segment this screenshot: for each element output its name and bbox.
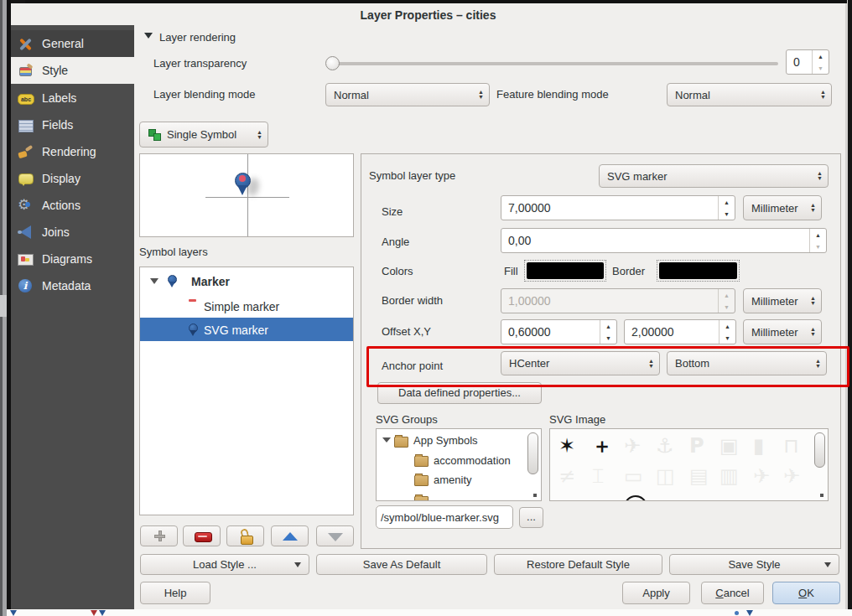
tree-row-amenity[interactable]: amenity	[377, 470, 541, 489]
spin-down-icon: ▼	[813, 62, 829, 74]
tree-row-simple-marker[interactable]: Simple marker	[140, 294, 353, 317]
lock-symbol-layer-button[interactable]	[226, 525, 264, 546]
combo-down-icon: ▼	[810, 332, 816, 337]
scrollbar-end	[820, 494, 823, 497]
dropdown-arrow-icon	[824, 562, 831, 567]
restore-default-style-button[interactable]: Restore Default Style	[494, 554, 662, 575]
spin-down-icon: ▼	[600, 332, 616, 344]
svg-icon[interactable]: ≠	[558, 464, 575, 488]
tree-row-marker[interactable]: Marker	[140, 271, 353, 293]
plus-icon	[154, 531, 165, 541]
svg-bus-icon[interactable]: ▣	[720, 434, 739, 458]
svg-pillar-icon[interactable]: ▮	[753, 434, 764, 458]
border-width-spinbox[interactable]: 1,00000 ▲▼	[501, 288, 735, 313]
apply-button[interactable]: Apply	[622, 582, 690, 604]
svg-icon[interactable]: ▥	[720, 464, 739, 488]
layer-rendering-header[interactable]: Layer rendering	[159, 31, 236, 44]
border-width-unit-combo[interactable]: Millimeter ▲▼	[743, 288, 822, 313]
save-style-label: Save Style	[728, 558, 780, 571]
size-spinbox[interactable]: 7,00000 ▲▼	[501, 195, 735, 220]
border-label: Border	[612, 265, 645, 277]
svg-parking-icon[interactable]: P	[689, 434, 704, 458]
symbol-layer-type-combo[interactable]: SVG marker ▲▼	[599, 164, 829, 188]
sidebar-item-actions[interactable]: ⚙ Actions	[11, 192, 134, 219]
svg-circle-icon[interactable]	[624, 495, 647, 501]
transparency-spinbox[interactable]: 0 ▲▼	[786, 49, 829, 75]
remove-symbol-layer-button[interactable]	[183, 525, 221, 546]
collapse-arrow-icon[interactable]	[144, 33, 153, 39]
sidebar-item-labels[interactable]: abc Labels	[11, 85, 134, 111]
save-style-button[interactable]: Save Style	[669, 554, 839, 575]
svg-ship-icon[interactable]: ⚓	[656, 434, 674, 458]
sidebar-item-diagrams[interactable]: Diagrams	[11, 246, 134, 272]
svg-icon[interactable]: ▤	[689, 464, 709, 488]
svg-icon[interactable]: ◫	[656, 464, 675, 488]
load-style-button[interactable]: Load Style ...	[140, 554, 309, 575]
transparency-slider-handle[interactable]	[325, 56, 340, 70]
map-marker-icon	[99, 610, 106, 616]
svg-path-input[interactable]: /symbol/blue-marker.svg	[376, 505, 513, 529]
anchor-vertical-combo[interactable]: Bottom ▲▼	[667, 351, 827, 375]
sidebar-item-joins[interactable]: Joins	[11, 219, 134, 246]
dialog-title: Layer Properties – cities	[11, 8, 845, 22]
move-layer-down-button[interactable]	[316, 525, 354, 546]
feature-blending-combo[interactable]: Normal ▲▼	[667, 83, 832, 106]
screen: Layer Properties – cities General Style	[0, 0, 852, 616]
anchor-horizontal-combo[interactable]: HCenter ▲▼	[501, 351, 660, 375]
svg-airplane-icon[interactable]: ✈	[783, 464, 800, 488]
sidebar-item-display[interactable]: Display	[11, 165, 134, 192]
sidebar-item-label: Fields	[42, 118, 73, 132]
spin-up-icon: ▲	[719, 289, 735, 301]
scrollbar-thumb[interactable]	[527, 432, 538, 474]
up-arrow-icon	[283, 532, 298, 541]
border-color-swatch[interactable]	[657, 260, 740, 282]
move-layer-up-button[interactable]	[271, 525, 309, 546]
angle-label: Angle	[382, 236, 409, 248]
scrollbar-end	[533, 494, 537, 497]
expand-arrow-icon[interactable]	[150, 278, 158, 284]
border-width-label: Border width	[382, 294, 443, 307]
spin-up-icon: ▲	[720, 320, 735, 332]
svg-icon[interactable]: ▭	[624, 464, 643, 488]
fill-color-swatch[interactable]	[524, 260, 606, 282]
tree-row-svg-marker-selected[interactable]: SVG marker	[140, 318, 353, 341]
diagram-icon	[18, 251, 34, 267]
layer-blending-combo[interactable]: Normal ▲▼	[325, 83, 490, 106]
map-canvas-sliver	[7, 609, 852, 616]
table-icon	[18, 117, 34, 133]
sidebar-item-rendering[interactable]: Rendering	[11, 138, 134, 165]
lock-icon	[240, 529, 252, 544]
sidebar-item-style[interactable]: Style	[11, 57, 134, 84]
angle-spinbox[interactable]: 0,00 ▲▼	[501, 228, 827, 253]
renderer-combo[interactable]: Single Symbol ▲▼	[139, 122, 268, 148]
svg-cross-icon[interactable]: ＋	[592, 434, 612, 458]
tree-label: accommodation	[434, 454, 511, 467]
tree-row-app-symbols[interactable]: App Symbols	[377, 431, 541, 451]
combo-down-icon: ▼	[815, 364, 821, 369]
scrollbar-thumb[interactable]	[814, 432, 825, 468]
svg-airplane-icon[interactable]: ✈	[624, 434, 641, 458]
sidebar-item-fields[interactable]: Fields	[11, 111, 134, 138]
gear-icon: ⚙	[18, 198, 34, 214]
ok-button[interactable]: OK	[772, 582, 840, 604]
add-symbol-layer-button[interactable]	[140, 525, 178, 546]
cancel-button[interactable]: Cancel	[701, 582, 764, 604]
offset-x-spinbox[interactable]: 0,60000 ▲▼	[501, 319, 617, 344]
tree-row-accommodation[interactable]: accommodation	[377, 451, 541, 470]
offset-y-spinbox[interactable]: 2,00000 ▲▼	[624, 319, 736, 344]
symbol-layers-tree: Marker Simple marker SVG marker	[139, 267, 354, 515]
svg-airplane-icon[interactable]: ✈	[753, 464, 770, 488]
size-unit-combo[interactable]: Millimeter ▲▼	[743, 195, 822, 220]
svg-icon[interactable]: ⌶	[592, 464, 604, 488]
transparency-slider-track[interactable]	[329, 62, 778, 65]
sidebar-item-general[interactable]: General	[11, 30, 134, 57]
svg-gate-icon[interactable]: ⊓	[783, 434, 799, 458]
expand-arrow-icon[interactable]	[382, 437, 391, 443]
help-button[interactable]: Help	[140, 582, 210, 604]
offset-unit-combo[interactable]: Millimeter ▲▼	[743, 319, 822, 344]
sidebar-item-metadata[interactable]: i Metadata	[11, 272, 134, 299]
save-as-default-button[interactable]: Save As Default	[316, 554, 487, 575]
svg-star-icon[interactable]: ✶	[558, 434, 575, 458]
data-defined-properties-button[interactable]: Data defined properties...	[377, 382, 542, 404]
browse-svg-button[interactable]: ...	[519, 507, 543, 528]
